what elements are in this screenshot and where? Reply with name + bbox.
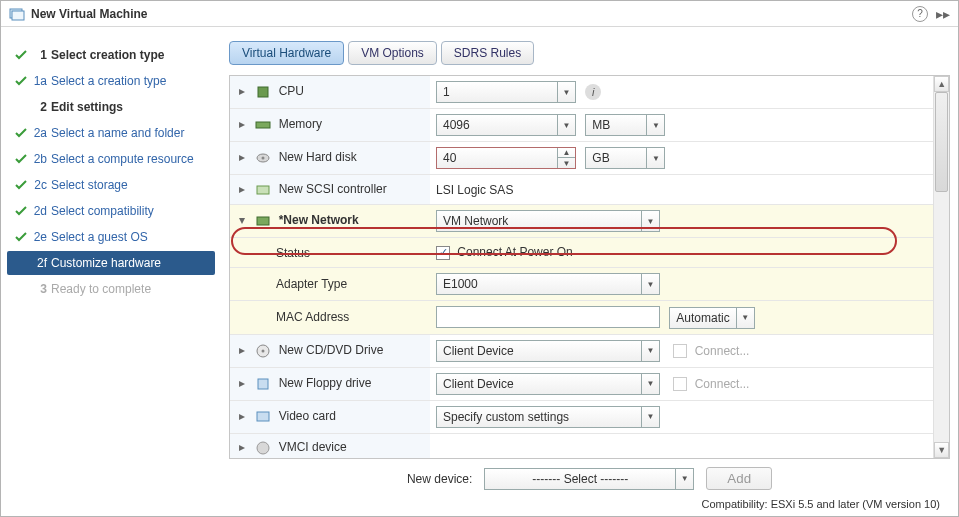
- vmci-icon: [255, 440, 271, 456]
- svg-point-12: [257, 442, 269, 454]
- compatibility-text: Compatibility: ESXi 5.5 and later (VM ve…: [229, 494, 950, 512]
- new-device-row: New device: ------- Select ------- ▼ Add: [229, 459, 950, 494]
- status-label: Status: [276, 246, 310, 260]
- new-device-label: New device:: [407, 472, 472, 486]
- svg-rect-1: [12, 11, 24, 20]
- connect-checkbox: [673, 344, 687, 358]
- step-1[interactable]: 1 Select creation type: [7, 43, 215, 67]
- expander-icon[interactable]: ▸: [236, 150, 248, 164]
- spinner[interactable]: ▲▼: [557, 148, 575, 168]
- titlebar: New Virtual Machine ? ▸▸: [1, 1, 958, 27]
- help-icon[interactable]: ?: [912, 6, 928, 22]
- cpu-select[interactable]: 1 ▼: [436, 81, 576, 103]
- disk-value[interactable]: 40 ▲▼: [436, 147, 576, 169]
- step-2d[interactable]: 2d Select compatibility: [7, 199, 215, 223]
- connect-label: Connect...: [695, 344, 750, 358]
- mac-mode-select[interactable]: Automatic ▼: [669, 307, 754, 329]
- memory-value[interactable]: 4096 ▼: [436, 114, 576, 136]
- chevron-down-icon[interactable]: ▼: [736, 308, 754, 328]
- adapter-select[interactable]: E1000 ▼: [436, 273, 660, 295]
- row-floppy: ▸ New Floppy drive Client Device ▼ Conne…: [230, 367, 933, 400]
- disk-label: New Hard disk: [279, 150, 357, 164]
- network-label: *New Network: [279, 213, 359, 227]
- disk-icon: [255, 150, 271, 166]
- scroll-up-icon[interactable]: ▲: [934, 76, 949, 92]
- expander-icon[interactable]: ▸: [236, 84, 248, 98]
- body: 1 Select creation type 1a Select a creat…: [1, 27, 958, 516]
- scsi-label: New SCSI controller: [279, 182, 387, 196]
- info-icon[interactable]: i: [585, 84, 601, 100]
- chevron-down-icon[interactable]: ▼: [641, 341, 659, 361]
- floppy-select[interactable]: Client Device ▼: [436, 373, 660, 395]
- tab-virtual-hardware[interactable]: Virtual Hardware: [229, 41, 344, 65]
- expander-icon[interactable]: ▸: [236, 409, 248, 423]
- step-2b[interactable]: 2b Select a compute resource: [7, 147, 215, 171]
- dialog: New Virtual Machine ? ▸▸ 1 Select creati…: [0, 0, 959, 517]
- step-2e[interactable]: 2e Select a guest OS: [7, 225, 215, 249]
- chevron-down-icon[interactable]: ▼: [641, 211, 659, 231]
- chevron-down-icon[interactable]: ▼: [641, 374, 659, 394]
- scroll-down-icon[interactable]: ▼: [934, 442, 949, 458]
- cpu-icon: [255, 84, 271, 100]
- expander-icon[interactable]: ▸: [236, 440, 248, 454]
- chevron-down-icon[interactable]: ▼: [557, 82, 575, 102]
- video-label: Video card: [279, 409, 336, 423]
- chevron-down-icon[interactable]: ▼: [641, 407, 659, 427]
- dialog-title: New Virtual Machine: [31, 7, 912, 21]
- chevron-down-icon[interactable]: ▼: [646, 148, 664, 168]
- row-adapter-type: Adapter Type E1000 ▼: [230, 268, 933, 301]
- check-icon: [13, 179, 29, 191]
- check-icon: [13, 49, 29, 61]
- check-icon: [13, 231, 29, 243]
- scroll-track[interactable]: [934, 92, 949, 442]
- expander-icon[interactable]: ▸: [236, 376, 248, 390]
- row-vmci: ▸ VMCI device: [230, 433, 933, 459]
- video-select[interactable]: Specify custom settings ▼: [436, 406, 660, 428]
- tab-vm-options[interactable]: VM Options: [348, 41, 437, 65]
- svg-rect-11: [257, 412, 269, 421]
- svg-rect-6: [257, 186, 269, 194]
- expand-icon[interactable]: ▸▸: [936, 6, 950, 22]
- step-2f[interactable]: 2f Customize hardware: [7, 251, 215, 275]
- chevron-down-icon[interactable]: ▼: [646, 115, 664, 135]
- svg-point-9: [262, 349, 265, 352]
- vmci-label: VMCI device: [279, 440, 347, 454]
- row-video: ▸ Video card Specify custom settings ▼: [230, 400, 933, 433]
- chevron-down-icon[interactable]: ▼: [641, 274, 659, 294]
- network-select[interactable]: VM Network ▼: [436, 210, 660, 232]
- step-2a[interactable]: 2a Select a name and folder: [7, 121, 215, 145]
- tab-sdrs-rules[interactable]: SDRS Rules: [441, 41, 534, 65]
- expander-icon[interactable]: ▸: [236, 117, 248, 131]
- chevron-down-icon[interactable]: ▼: [675, 469, 693, 489]
- memory-unit[interactable]: MB ▼: [585, 114, 665, 136]
- connect-label: Connect...: [695, 377, 750, 391]
- network-icon: [255, 213, 271, 229]
- hardware-table: ▸ CPU 1 ▼ i: [230, 76, 933, 459]
- connect-checkbox[interactable]: [436, 246, 450, 260]
- cddvd-icon: [255, 343, 271, 359]
- expander-icon[interactable]: ▸: [236, 343, 248, 357]
- disk-unit[interactable]: GB ▼: [585, 147, 665, 169]
- scrollbar[interactable]: ▲ ▼: [933, 76, 949, 458]
- expander-icon[interactable]: ▸: [236, 182, 248, 196]
- svg-rect-3: [256, 122, 270, 128]
- floppy-label: New Floppy drive: [279, 376, 372, 390]
- wizard-steps: 1 Select creation type 1a Select a creat…: [1, 27, 221, 516]
- cddvd-select[interactable]: Client Device ▼: [436, 340, 660, 362]
- step-2[interactable]: 2 Edit settings: [7, 95, 215, 119]
- row-cpu: ▸ CPU 1 ▼ i: [230, 76, 933, 109]
- row-network-status: Status Connect At Power On: [230, 238, 933, 268]
- add-button[interactable]: Add: [706, 467, 772, 490]
- step-2c[interactable]: 2c Select storage: [7, 173, 215, 197]
- row-harddisk: ▸ New Hard disk 40 ▲▼ GB ▼: [230, 142, 933, 175]
- row-scsi: ▸ New SCSI controller LSI Logic SAS: [230, 175, 933, 205]
- step-1a[interactable]: 1a Select a creation type: [7, 69, 215, 93]
- expander-icon[interactable]: ▾: [236, 213, 248, 227]
- hardware-panel: ▸ CPU 1 ▼ i: [229, 75, 950, 459]
- new-device-select[interactable]: ------- Select ------- ▼: [484, 468, 694, 490]
- chevron-down-icon[interactable]: ▼: [557, 115, 575, 135]
- scroll-thumb[interactable]: [935, 92, 948, 192]
- mac-input[interactable]: [436, 306, 660, 328]
- adapter-label: Adapter Type: [276, 277, 347, 291]
- mac-label: MAC Address: [276, 310, 349, 324]
